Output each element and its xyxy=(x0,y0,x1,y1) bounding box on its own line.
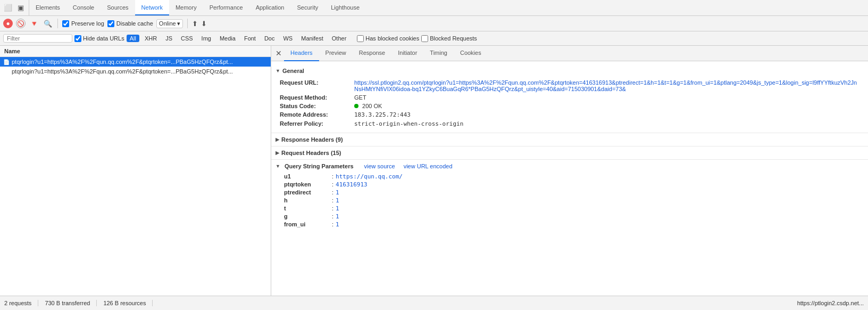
remote-address-row: Remote Address: 183.3.225.72:443 xyxy=(280,110,859,119)
main-content: Name 📄 ptqrlogin?u1=https%3A%2F%2Fqun.qq… xyxy=(0,46,868,296)
remote-address-label: Remote Address: xyxy=(280,111,354,118)
blocked-requests-checkbox[interactable] xyxy=(421,35,428,42)
param-key-g: g xyxy=(284,213,332,219)
search-icon[interactable]: 🔍 xyxy=(43,18,53,29)
throttle-select[interactable]: Online ▾ xyxy=(156,19,183,28)
tab-memory[interactable]: Memory xyxy=(169,0,203,15)
blocked-requests-label[interactable]: Blocked Requests xyxy=(421,35,477,42)
view-url-encoded-link[interactable]: view URL encoded xyxy=(404,163,453,169)
request-method-label: Request Method: xyxy=(280,94,354,101)
filter-tag-all[interactable]: All xyxy=(127,35,139,42)
request-method-value: GET xyxy=(354,94,859,101)
import-icon[interactable]: ⬆ xyxy=(192,20,198,28)
list-item[interactable]: 📄 ptqrlogin?u1=https%3A%2F%2Fqun.qq.com%… xyxy=(0,67,271,76)
general-section-header[interactable]: ▼ General xyxy=(271,66,868,76)
param-value-h: 1 xyxy=(336,197,339,204)
request-method-row: Request Method: GET xyxy=(280,93,859,102)
tab-timing[interactable]: Timing xyxy=(423,46,454,61)
param-row-t: t : 1 xyxy=(271,205,868,213)
filter-icon[interactable]: 🔻 xyxy=(29,18,39,29)
record-button[interactable]: ● xyxy=(3,19,13,28)
param-key-ptqrtoken: ptqrtoken xyxy=(284,181,332,187)
tab-response[interactable]: Response xyxy=(353,46,392,61)
close-panel-button[interactable]: ✕ xyxy=(273,48,284,59)
preserve-log-text: Preserve log xyxy=(71,20,104,27)
tab-application[interactable]: Application xyxy=(249,0,291,15)
layout-icon[interactable]: ▣ xyxy=(15,2,27,14)
has-blocked-cookies-checkbox[interactable] xyxy=(357,35,364,42)
detail-content: ▼ General Request URL: https://ssl.ptlog… xyxy=(271,61,868,296)
document-icon-2: 📄 xyxy=(3,69,10,75)
referrer-policy-row: Referrer Policy: strict-origin-when-cros… xyxy=(280,119,859,128)
filter-tag-xhr[interactable]: XHR xyxy=(141,35,160,42)
filter-tag-css[interactable]: CSS xyxy=(178,35,196,42)
tab-cookies[interactable]: Cookies xyxy=(454,46,488,61)
hide-data-urls-label[interactable]: Hide data URLs xyxy=(74,35,124,42)
tab-performance[interactable]: Performance xyxy=(203,0,249,15)
status-code-row: Status Code: 200 OK xyxy=(280,102,859,110)
view-source-anchor[interactable]: view source xyxy=(364,163,395,169)
tab-console[interactable]: Console xyxy=(66,0,101,15)
filter-tag-font[interactable]: Font xyxy=(241,35,259,42)
list-item[interactable]: 📄 ptqrlogin?u1=https%3A%2F%2Fqun.qq.com%… xyxy=(0,57,271,67)
request-list: 📄 ptqrlogin?u1=https%3A%2F%2Fqun.qq.com%… xyxy=(0,57,271,296)
hide-data-urls-text: Hide data URLs xyxy=(83,35,124,42)
general-arrow-icon: ▼ xyxy=(276,68,280,74)
filter-input[interactable] xyxy=(3,34,72,43)
param-key-h: h xyxy=(284,197,332,203)
param-row-ptredirect: ptredirect : 1 xyxy=(271,189,868,197)
response-headers-arrow-icon: ▶ xyxy=(276,137,279,142)
request-url-value: https://ssl.ptlogin2.qq.com/ptqrlogin?u1… xyxy=(354,79,859,92)
tab-security[interactable]: Security xyxy=(290,0,324,15)
filter-tag-other[interactable]: Other xyxy=(329,35,350,42)
disable-cache-label[interactable]: Disable cache xyxy=(107,20,153,27)
preserve-log-label[interactable]: Preserve log xyxy=(62,20,104,27)
tab-network[interactable]: Network xyxy=(135,0,169,15)
filter-tag-manifest[interactable]: Manifest xyxy=(298,35,327,42)
export-icon[interactable]: ⬇ xyxy=(201,20,207,28)
colon-2: : xyxy=(332,181,333,187)
param-value-from-ui: 1 xyxy=(336,221,339,228)
referrer-policy-value: strict-origin-when-cross-origin xyxy=(354,120,859,127)
transferred-size: 730 B transferred xyxy=(45,300,97,306)
response-headers-section[interactable]: ▶ Response Headers (9) xyxy=(271,133,868,146)
filter-tag-doc[interactable]: Doc xyxy=(261,35,278,42)
param-key-t: t xyxy=(284,205,332,211)
tab-elements[interactable]: Elements xyxy=(29,0,66,15)
status-bar: 2 requests 730 B transferred 126 B resou… xyxy=(0,296,868,310)
request-headers-section[interactable]: ▶ Request Headers (15) xyxy=(271,146,868,159)
tab-initiator[interactable]: Initiator xyxy=(391,46,423,61)
tab-sources[interactable]: Sources xyxy=(101,0,135,15)
network-toolbar: ● 🚫 🔻 🔍 Preserve log Disable cache Onlin… xyxy=(0,16,868,31)
query-params-section[interactable]: ▼ Query String Parameters view source vi… xyxy=(271,159,868,173)
tab-preview[interactable]: Preview xyxy=(319,46,353,61)
query-params-label: Query String Parameters xyxy=(285,163,354,169)
filter-tag-img[interactable]: Img xyxy=(198,35,214,42)
filter-tag-js[interactable]: JS xyxy=(162,35,176,42)
throttle-arrow: ▾ xyxy=(177,20,180,27)
filter-tag-media[interactable]: Media xyxy=(216,35,239,42)
colon-3: : xyxy=(332,189,333,195)
preserve-log-checkbox[interactable] xyxy=(62,20,69,27)
param-value-u1: https://qun.qq.com/ xyxy=(336,173,403,180)
request-url-row: Request URL: https://ssl.ptlogin2.qq.com… xyxy=(280,78,859,93)
param-value-t: 1 xyxy=(336,205,339,212)
document-icon: 📄 xyxy=(3,59,10,65)
view-source-link[interactable]: view source xyxy=(364,163,395,169)
param-row-g: g : 1 xyxy=(271,213,868,221)
filter-tag-ws[interactable]: WS xyxy=(280,35,296,42)
separator-1 xyxy=(57,19,58,28)
tab-headers[interactable]: Headers xyxy=(284,46,319,61)
view-url-encoded-anchor[interactable]: view URL encoded xyxy=(404,163,453,169)
clear-button[interactable]: 🚫 xyxy=(16,19,26,28)
query-params-arrow-icon: ▼ xyxy=(276,164,280,169)
hide-data-urls-checkbox[interactable] xyxy=(74,35,81,42)
param-key-ptredirect: ptredirect xyxy=(284,189,332,195)
disable-cache-checkbox[interactable] xyxy=(107,20,114,27)
has-blocked-cookies-label[interactable]: Has blocked cookies xyxy=(357,35,419,42)
blocked-requests-text: Blocked Requests xyxy=(430,35,477,42)
param-row-u1: u1 : https://qun.qq.com/ xyxy=(271,173,868,181)
dock-icon[interactable]: ⬜ xyxy=(2,2,14,14)
tab-lighthouse[interactable]: Lighthouse xyxy=(324,0,366,15)
status-code-label: Status Code: xyxy=(280,103,354,109)
